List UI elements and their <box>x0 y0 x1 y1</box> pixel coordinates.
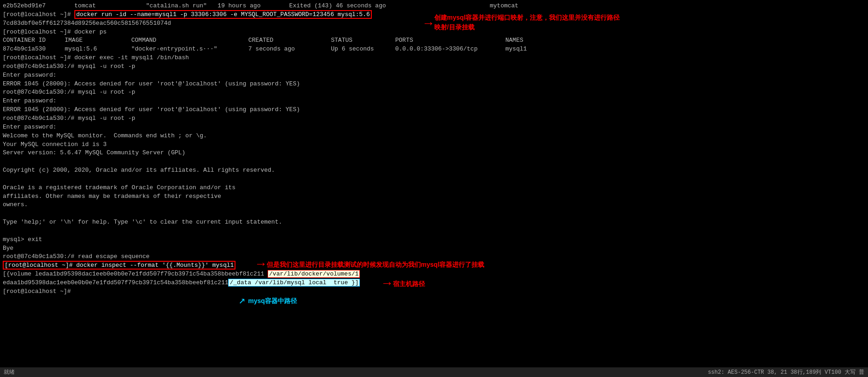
line-blank2 <box>3 175 865 184</box>
line-enter-pw-1: Enter password: <box>3 71 865 80</box>
line-final-prompt: [root@localhost ~]# <box>3 287 865 296</box>
annotation-host-path: → 宿主机路径 <box>383 275 425 293</box>
line-error-1: ERROR 1045 (28000): Access denied for us… <box>3 80 865 89</box>
annotation-container-path: ↗ mysq容器中路径 <box>239 293 297 309</box>
line-inspect-out2: edaa1bd95398dac1eeb0e0b0e7e1fdd507f79cb3… <box>3 279 865 287</box>
status-right: ssh2: AES-256-CTR 38, 21 38行,189列 VT100 … <box>708 368 864 376</box>
line-blank3 <box>3 209 865 218</box>
line-oracle1: Oracle is a registered trademark of Orac… <box>3 184 865 192</box>
line-table-header: CONTAINER IDIMAGECOMMANDCREATEDSTATUSPOR… <box>3 36 865 45</box>
line-enter-pw-3: Enter password: <box>3 123 865 132</box>
line-docker-exec: [root@localhost ~]# docker exec -it mysq… <box>3 54 865 62</box>
line-copyright: Copyright (c) 2000, 2020, Oracle and/or … <box>3 166 865 175</box>
annotation-inspect: → 但是我们这里进行目录挂载测试的时候发现自动为我们mysql容器进行了挂载 <box>257 255 484 274</box>
line-connection-id: Your MySQL connection id is 3 <box>3 141 865 149</box>
line-mysql-login-1: root@87c4b9c1a530:/# mysql -u root -p <box>3 62 865 71</box>
line-prev-container: e2b52ebd91e7 tomcat "catalina.sh run" 19… <box>3 2 865 11</box>
line-table-data: 87c4b9c1a530mysql:5.6"docker-entrypoint.… <box>3 45 865 54</box>
line-mysql-exit: mysql> exit <box>3 236 865 244</box>
terminal: e2b52ebd91e7 tomcat "catalina.sh run" 19… <box>0 0 868 306</box>
line-enter-pw-2: Enter password: <box>3 97 865 106</box>
line-error-2: ERROR 1045 (28000): Access denied for us… <box>3 106 865 114</box>
line-oracle3: owners. <box>3 201 865 209</box>
line-mysql-login-2: root@87c4b9c1a530:/# mysql -u root -p <box>3 88 865 97</box>
line-oracle2: affiliates. Other names may be trademark… <box>3 192 865 201</box>
line-server-version: Server version: 5.6.47 MySQL Community S… <box>3 149 865 158</box>
line-blank1 <box>3 158 865 166</box>
line-bye: Bye <box>3 244 865 253</box>
line-welcome: Welcome to the MySQL monitor. Commands e… <box>3 132 865 141</box>
line-help: Type 'help;' or '\h' for help. Type '\c'… <box>3 218 865 227</box>
line-mysql-login-3: root@87c4b9c1a530:/# mysql -u root -p <box>3 114 865 123</box>
annotation-docker-run: → 创建mysql容器并进行端口映射，注意，我们这里并没有进行路径映射/目录挂载 <box>425 13 620 34</box>
status-left: 就绪 <box>4 368 15 376</box>
status-bar: 就绪 ssh2: AES-256-CTR 38, 21 38行,189列 VT1… <box>0 367 868 377</box>
line-blank4 <box>3 227 865 236</box>
